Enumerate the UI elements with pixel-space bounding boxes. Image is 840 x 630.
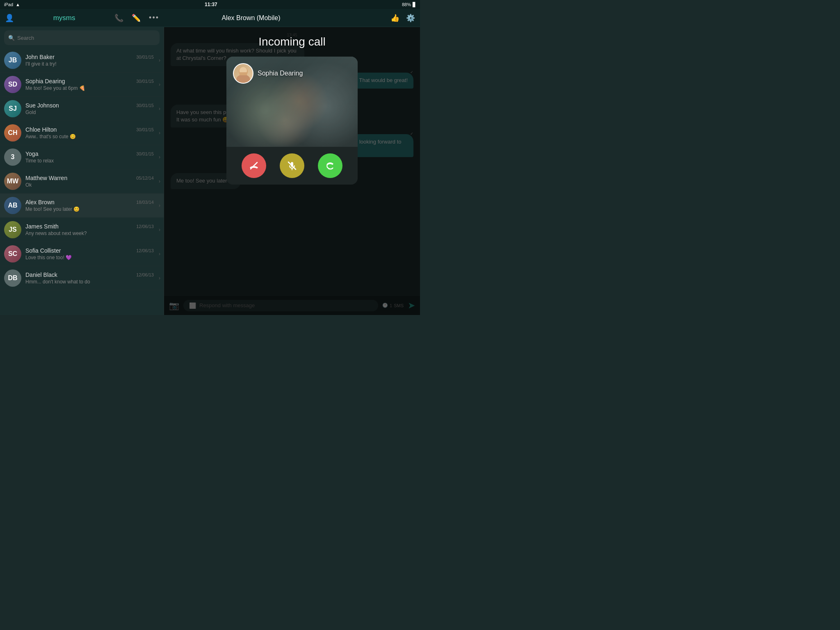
contact-date: 30/01/15 [136, 103, 154, 108]
contact-name-row: Daniel Black 12/06/13 [25, 272, 160, 278]
nav-bar: 👤 mysms 📞 ✏️ ••• Alex Brown (Mobile) 👍 ⚙… [0, 9, 420, 27]
incoming-call-overlay: Incoming call [164, 27, 420, 315]
settings-icon[interactable]: ⚙️ [406, 14, 415, 23]
contact-name: John Baker [25, 54, 55, 60]
contact-name-row: Sue Johnson 30/01/15 [25, 102, 160, 109]
contact-info: Sophia Dearing 30/01/15 Me too! See you … [25, 78, 160, 91]
chevron-icon: › [159, 130, 160, 136]
caller-info: Sophia Dearing [233, 63, 303, 84]
contact-preview: Ok [25, 182, 160, 188]
contact-date: 18/03/14 [136, 200, 154, 205]
contact-info: Matthew Warren 05/12/14 Ok [25, 175, 160, 188]
status-left: iPad ▲ [4, 2, 20, 7]
contact-preview: Me too! See you later 😊 [25, 206, 160, 212]
chevron-icon: › [159, 275, 160, 281]
contact-info: James Smith 12/06/13 Any news about next… [25, 223, 160, 236]
battery-label: 88% [402, 2, 411, 7]
avatar-initials: AB [8, 202, 17, 209]
status-right: 88% ▊ [402, 2, 416, 7]
avatar: DB [4, 269, 21, 287]
chat-title: Alex Brown (Mobile) [164, 14, 338, 22]
contact-info: Yoga 30/01/15 Time to relax [25, 151, 160, 164]
contact-date: 12/06/13 [136, 248, 154, 253]
contact-preview: I'll give it a try! [25, 61, 160, 67]
contact-info: Chloe Hilton 30/01/15 Aww.. that's so cu… [25, 126, 160, 139]
avatar-initials: SJ [9, 105, 17, 112]
contact-name: Matthew Warren [25, 175, 67, 181]
contact-item[interactable]: AB Alex Brown 18/03/14 Me too! See you l… [0, 194, 164, 218]
ipad-label: iPad [4, 2, 13, 7]
avatar: CH [4, 124, 21, 142]
contact-name-row: Sofia Collister 12/06/13 [25, 247, 160, 254]
contact-date: 12/06/13 [136, 272, 154, 277]
avatar: SC [4, 245, 21, 262]
avatar: JB [4, 52, 21, 69]
contact-info: Sue Johnson 30/01/15 Gold [25, 102, 160, 115]
contact-name-row: Matthew Warren 05/12/14 [25, 175, 160, 181]
contact-preview: Aww.. that's so cute 😊 [25, 134, 160, 139]
contact-date: 30/01/15 [136, 79, 154, 84]
search-bar[interactable]: 🔍 [4, 30, 160, 45]
contact-item[interactable]: SJ Sue Johnson 30/01/15 Gold › [0, 97, 164, 121]
accept-call-button[interactable] [318, 153, 342, 178]
contact-item[interactable]: SD Sophia Dearing 30/01/15 Me too! See y… [0, 73, 164, 97]
like-icon[interactable]: 👍 [390, 14, 399, 23]
avatar-initials: MW [7, 178, 18, 185]
contact-name: Chloe Hilton [25, 126, 57, 133]
contact-date: 05/12/14 [136, 176, 154, 180]
contact-name-row: Alex Brown 18/03/14 [25, 199, 160, 205]
contact-item[interactable]: 3 Yoga 30/01/15 Time to relax › [0, 145, 164, 169]
call-log-icon[interactable]: 📞 [114, 14, 123, 23]
svg-rect-3 [240, 72, 247, 75]
contact-name: Sofia Collister [25, 247, 61, 254]
app-title: mysms [22, 14, 106, 22]
contact-date: 30/01/15 [136, 151, 154, 156]
avatar-initials: SD [8, 81, 17, 88]
contact-info: Sofia Collister 12/06/13 Love this one t… [25, 247, 160, 260]
contact-item[interactable]: CH Chloe Hilton 30/01/15 Aww.. that's so… [0, 121, 164, 145]
search-input[interactable] [17, 35, 155, 41]
chat-area: 13:45At what time will you finish work? … [164, 27, 420, 315]
contact-item[interactable]: MW Matthew Warren 05/12/14 Ok › [0, 169, 164, 194]
avatar-initials: SC [8, 250, 17, 258]
avatar-initials: DB [8, 274, 17, 282]
contact-item[interactable]: JB John Baker 30/01/15 I'll give it a tr… [0, 48, 164, 73]
call-buttons [226, 147, 358, 185]
time-display: 11:37 [205, 2, 217, 7]
compose-icon[interactable]: ✏️ [132, 14, 141, 23]
contact-preview: Love this one too! 💜 [25, 255, 160, 260]
contact-name-row: Sophia Dearing 30/01/15 [25, 78, 160, 84]
contact-item[interactable]: SC Sofia Collister 12/06/13 Love this on… [0, 242, 164, 266]
more-icon[interactable]: ••• [149, 14, 159, 22]
contact-date: 30/01/15 [136, 55, 154, 59]
contacts-icon[interactable]: 👤 [5, 14, 14, 23]
search-icon: 🔍 [8, 35, 15, 41]
contact-item[interactable]: DB Daniel Black 12/06/13 Hmm... don't kn… [0, 266, 164, 290]
nav-left: 👤 mysms 📞 ✏️ ••• [0, 14, 164, 23]
svg-point-1 [236, 75, 250, 84]
contact-name: James Smith [25, 223, 59, 230]
contact-preview: Hmm... don't know what to do [25, 279, 160, 285]
caller-avatar [233, 63, 253, 84]
avatar-initials: JB [9, 57, 17, 64]
mute-call-button[interactable] [280, 153, 304, 178]
wifi-icon: ▲ [16, 2, 20, 7]
contact-item[interactable]: JS James Smith 12/06/13 Any news about n… [0, 218, 164, 242]
decline-call-button[interactable] [242, 153, 266, 178]
avatar: AB [4, 197, 21, 214]
call-card-background: Sophia Dearing [226, 57, 358, 147]
avatar-initials: 3 [11, 153, 15, 161]
avatar: MW [4, 173, 21, 190]
contact-name: Alex Brown [25, 199, 55, 205]
contact-preview: Any news about next week? [25, 231, 160, 236]
chevron-icon: › [159, 227, 160, 233]
contact-name-row: Yoga 30/01/15 [25, 151, 160, 157]
contact-date: 30/01/15 [136, 127, 154, 132]
chevron-icon: › [159, 203, 160, 208]
avatar: SD [4, 76, 21, 93]
contact-preview: Gold [25, 110, 160, 115]
contact-list: JB John Baker 30/01/15 I'll give it a tr… [0, 48, 164, 315]
chevron-icon: › [159, 178, 160, 184]
chevron-icon: › [159, 251, 160, 257]
contact-info: Daniel Black 12/06/13 Hmm... don't know … [25, 272, 160, 285]
